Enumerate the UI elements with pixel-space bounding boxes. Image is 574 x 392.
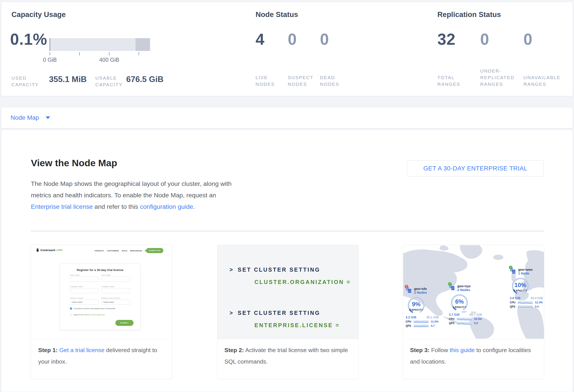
healthy-badge: ✓ [448,282,451,286]
qps-sparkline [457,322,472,325]
step2-card: >SET CLUSTER SETTING CLUSTER.ORGANIZATIO… [217,245,359,379]
capacity-axis-tick [79,52,80,55]
under-replicated-ranges-label: UNDER- REPLICATED RANGES [480,68,514,88]
capacity-percent: 10% [510,282,531,289]
location-node-count: 2 Nodes [457,288,471,292]
company-name-field [70,288,99,293]
used-capacity-label: USED CAPACITY [11,75,39,88]
capacity-caption: CAPACITY [449,306,470,308]
location-name: geo=nyc [457,284,471,288]
form-title: Register for a 30-day trial license [60,268,140,272]
cpu-metric-row: CPU 42.5% [449,317,486,320]
this-guide-link[interactable]: this guide [450,347,475,354]
unchecked-checkbox-icon [70,314,72,316]
cockroach-icon [36,248,39,252]
mini-submit-button: SUBMIT [115,320,134,326]
qps-value: 0.0 [474,322,478,325]
cpu-sparkline [413,320,429,323]
get-trial-license-link[interactable]: Get a trial license [59,347,105,354]
step1-caption: Step 1: Get a trial license delivered st… [31,339,172,379]
first-name-field [70,277,99,282]
used-capacity-value: 355.1 MiB [49,75,87,84]
cluster-overview-page: Capacity Usage 0.1% 0 GiB 400 GiB USED C… [0,0,574,392]
qps-label: QPS [510,305,518,308]
mini-nav-docs: DOCS [122,250,127,252]
capacity-total: 34.4 GiB [531,296,543,300]
capacity-usage-percent: 0.1% [10,30,47,48]
company-name-label: COMPANY NAME [70,286,83,287]
total-ranges-label: TOTAL RANGES [437,74,460,88]
dead-nodes-label: DEAD NODES [320,74,339,88]
location-name: geo=sfo [414,287,427,291]
step1-prefix: Step 1: [38,347,58,354]
checked-checkbox-icon: ✓ [70,308,72,310]
node-map-info-panel: View the Node Map GET A 30-DAY ENTERPRIS… [1,130,573,392]
configuration-guide-link[interactable]: configuration guide [140,203,193,210]
cpu-sparkline [518,301,533,304]
sql-command-line: >SET CLUSTER SETTING [229,266,320,273]
page-title: View the Node Map [31,158,117,168]
node-map-description: The Node Map shows the geographical layo… [31,178,243,212]
total-ranges-value: 32 [437,30,455,48]
project-phase-label: PROJECT PHASE [70,298,83,299]
node-status-title: Node Status [256,10,298,19]
enterprise-trial-license-link[interactable]: Enterprise trial license [31,203,93,210]
capacity-axis-tick [139,52,139,55]
healthy-badge: ✓ [509,266,512,269]
trial-license-form: Register for a 30-day trial license FIRS… [60,264,140,330]
description-text: and refer to this [93,203,140,210]
sql-setting-organization: CLUSTER.ORGANIZATION = [254,279,351,285]
qps-value: 0.0 [535,305,539,308]
reason-for-interest-label: REASON FOR INTEREST [102,298,121,299]
qps-value: 4.7 [431,324,434,327]
capacity-axis-label-400: 400 GiB [92,57,127,63]
cpu-value: 11.0% [431,320,438,323]
node-map-dropdown[interactable]: Node Map [11,114,39,121]
mini-nav-customers: CUSTOMERS [107,250,119,252]
capacity-caption: CAPACITY [406,308,427,311]
capacity-gauge: 9% CAPACITY [406,296,427,315]
mini-nav-product: PRODUCT [95,250,104,252]
qps-sparkline [518,305,533,308]
cpu-metric-row: CPU 11.0% [406,320,443,323]
under-replicated-ranges-value: 0 [480,30,489,48]
license-agree-text: I agree to the Software License Agreemen… [73,314,105,316]
usable-capacity-label: USABLE CAPACITY [95,75,123,88]
replication-status-title: Replication Status [437,10,501,19]
capacity-total: 65.7 GiB [470,313,482,316]
capacity-used: 3.2 GiB [406,316,416,319]
qps-metric-row: QPS 0.0 [510,305,544,308]
enterprise-trial-button[interactable]: GET A 30-DAY ENTERPRISE TRIAL [407,160,544,177]
live-nodes-label: LIVE NODES [256,74,275,88]
capacity-axis-label-0: 0 GiB [32,57,67,63]
chevron-down-icon[interactable] [46,116,50,119]
brand-name: Cockroach [41,248,55,252]
capacity-used: 3.7 GiB [449,313,459,316]
mini-nav-resources: RESOURCES [130,250,142,252]
brand-suffix: LABS [56,249,63,251]
capacity-total: 35.1 GiB [426,316,439,319]
capacity-bar-other-segment [136,38,150,51]
dead-nodes-value: 0 [320,30,329,48]
company-email-field [102,288,130,293]
sql-commands-thumbnail: >SET CLUSTER SETTING CLUSTER.ORGANIZATIO… [217,245,358,339]
capacity-percent: 9% [406,301,427,308]
qps-label: QPS [406,324,413,327]
step3-text: Follow [430,347,450,354]
section-divider [31,231,544,231]
cockroach-labs-logo: Cockroach LABS [36,248,63,252]
capacity-gauge: 6% CAPACITY [449,293,470,312]
suspect-nodes-label: SUSPECT NODES [288,74,314,88]
register-form-thumbnail: Cockroach LABS PRODUCT CUSTOMERS DOCS RE… [31,245,172,339]
unavailable-ranges-label: UNAVAILABLE RANGES [523,74,560,88]
cpu-metric-row: CPU 12.3% [510,301,544,304]
capacity-bar-used-segment [50,38,50,51]
capacity-caption: CAPACITY [510,289,531,292]
last-name-field [102,277,130,282]
license-agree-checkbox-row: I agree to the Software License Agreemen… [70,314,105,316]
email-updates-checkbox-row: ✓ I would like to receive email updates … [70,308,116,310]
first-name-label: FIRST NAME [70,275,80,276]
map-location-nyc: ✓ geo=nyc 2 Nodes [449,284,486,325]
capacity-axis-tick [50,52,50,55]
map-location-ams: ✓ geo=ams 1 Node [510,268,544,308]
